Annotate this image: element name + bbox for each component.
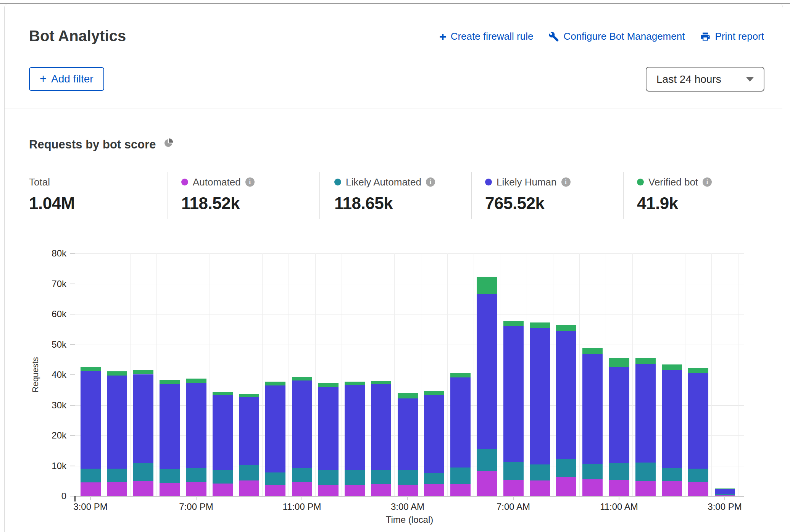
bar-segment[interactable] — [424, 473, 444, 484]
bar-segment[interactable] — [160, 469, 180, 483]
bar-segment[interactable] — [582, 348, 603, 354]
bar-segment[interactable] — [530, 328, 550, 464]
bar-segment[interactable] — [186, 468, 206, 482]
bar-segment[interactable] — [450, 468, 471, 484]
bar-segment[interactable] — [239, 465, 259, 480]
bar-segment[interactable] — [107, 469, 127, 482]
bar-segment[interactable] — [239, 480, 259, 496]
bar-segment[interactable] — [213, 392, 233, 395]
bar-segment[interactable] — [107, 376, 127, 469]
bar-segment[interactable] — [213, 395, 233, 470]
bar-segment[interactable] — [715, 494, 735, 495]
bar-segment[interactable] — [318, 470, 339, 485]
bar-segment[interactable] — [371, 484, 391, 496]
bar-segment[interactable] — [450, 373, 471, 377]
bar-segment[interactable] — [81, 482, 101, 496]
bar-segment[interactable] — [160, 483, 180, 496]
bar-segment[interactable] — [398, 485, 418, 496]
bar-segment[interactable] — [239, 397, 259, 465]
bar-segment[interactable] — [503, 326, 524, 462]
bar-segment[interactable] — [265, 472, 285, 485]
bar-segment[interactable] — [239, 394, 259, 397]
bar-segment[interactable] — [265, 382, 285, 385]
bar-segment[interactable] — [424, 484, 444, 496]
bar-segment[interactable] — [635, 463, 656, 481]
bar-segment[interactable] — [398, 393, 418, 398]
bar-segment[interactable] — [688, 373, 708, 469]
bar-segment[interactable] — [662, 364, 682, 370]
bar-segment[interactable] — [715, 488, 735, 489]
bar-segment[interactable] — [81, 469, 101, 482]
bar-segment[interactable] — [213, 470, 233, 484]
bar-segment[interactable] — [530, 322, 550, 329]
bar-segment[interactable] — [582, 479, 603, 497]
bar-segment[interactable] — [107, 482, 127, 496]
bar-segment[interactable] — [371, 384, 391, 470]
bar-segment[interactable] — [81, 367, 101, 371]
bar-segment[interactable] — [635, 481, 656, 497]
bar-segment[interactable] — [688, 482, 708, 496]
bar-segment[interactable] — [662, 370, 682, 468]
bar-segment[interactable] — [133, 463, 153, 481]
bar-segment[interactable] — [186, 379, 206, 383]
bar-segment[interactable] — [265, 385, 285, 472]
bar-segment[interactable] — [318, 387, 339, 471]
bar-segment[interactable] — [503, 321, 524, 326]
bar-segment[interactable] — [345, 485, 365, 496]
bar-segment[interactable] — [609, 463, 629, 480]
bar-segment[interactable] — [609, 480, 629, 496]
bar-segment[interactable] — [662, 468, 682, 481]
bar-segment[interactable] — [186, 383, 206, 468]
bar-segment[interactable] — [345, 470, 365, 485]
bar-segment[interactable] — [556, 459, 576, 477]
bar-segment[interactable] — [186, 482, 206, 496]
bar-segment[interactable] — [133, 374, 153, 463]
bar-segment[interactable] — [398, 470, 418, 485]
bar-segment[interactable] — [345, 382, 365, 385]
bar-segment[interactable] — [450, 377, 471, 468]
bar-segment[interactable] — [398, 398, 418, 470]
bar-segment[interactable] — [609, 367, 629, 463]
bar-segment[interactable] — [292, 377, 312, 380]
bar-segment[interactable] — [424, 395, 444, 473]
bar-segment[interactable] — [582, 464, 603, 479]
bar-segment[interactable] — [477, 449, 497, 471]
bar-segment[interactable] — [81, 371, 101, 469]
bar-segment[interactable] — [371, 470, 391, 484]
bar-segment[interactable] — [292, 482, 312, 496]
bar-segment[interactable] — [292, 468, 312, 482]
bar-segment[interactable] — [582, 354, 603, 464]
bar-segment[interactable] — [688, 368, 708, 373]
bar-segment[interactable] — [662, 481, 682, 496]
bar-segment[interactable] — [371, 381, 391, 385]
bar-segment[interactable] — [160, 380, 180, 384]
bar-segment[interactable] — [424, 391, 444, 395]
bar-segment[interactable] — [133, 370, 153, 374]
bar-segment[interactable] — [635, 364, 656, 463]
gridline-vertical — [553, 253, 553, 496]
bar-segment[interactable] — [530, 464, 550, 480]
bar-segment[interactable] — [477, 277, 497, 294]
bar-segment[interactable] — [133, 481, 153, 496]
bar-segment[interactable] — [556, 331, 576, 459]
bar-segment[interactable] — [477, 471, 497, 496]
bar-segment[interactable] — [530, 480, 550, 496]
bar-segment[interactable] — [503, 480, 524, 496]
bar-segment[interactable] — [450, 484, 471, 496]
bar-segment[interactable] — [292, 380, 312, 468]
bar-segment[interactable] — [213, 484, 233, 496]
bar-segment[interactable] — [318, 383, 339, 387]
bar-segment[interactable] — [609, 358, 629, 367]
bar-segment[interactable] — [265, 485, 285, 496]
bar-segment[interactable] — [477, 294, 497, 449]
bar-segment[interactable] — [556, 477, 576, 496]
bar-segment[interactable] — [160, 384, 180, 469]
bar-segment[interactable] — [345, 385, 365, 470]
bar-segment[interactable] — [715, 489, 735, 495]
bar-segment[interactable] — [318, 485, 339, 496]
bar-segment[interactable] — [503, 462, 524, 480]
bar-segment[interactable] — [688, 469, 708, 482]
bar-segment[interactable] — [107, 371, 127, 376]
bar-segment[interactable] — [556, 325, 576, 331]
bar-segment[interactable] — [635, 358, 656, 364]
